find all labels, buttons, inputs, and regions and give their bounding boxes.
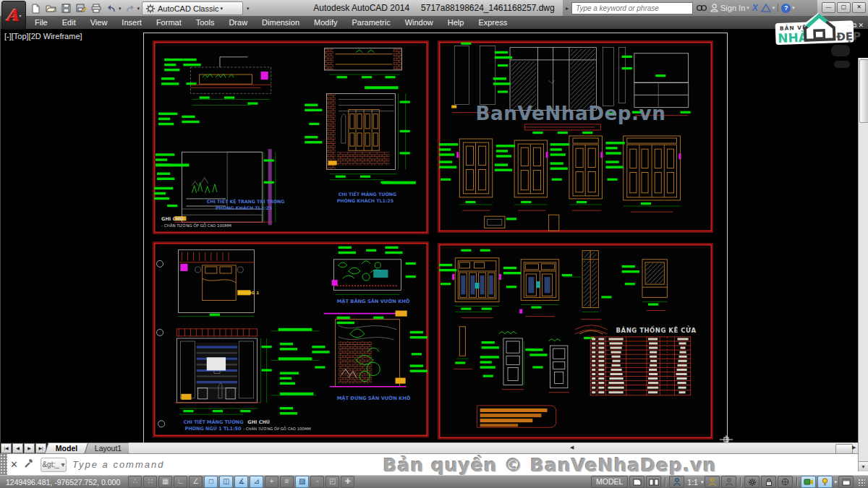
- autoscale-icon[interactable]: [721, 476, 736, 488]
- sign-in-button[interactable]: Sign In: [710, 4, 745, 12]
- dynamic-input-toggle[interactable]: +: [265, 476, 278, 488]
- annotation-scale-dropdown[interactable]: ▾: [701, 479, 704, 485]
- open-file-icon[interactable]: [44, 2, 57, 14]
- qat-overflow-dropdown[interactable]: ▾: [247, 6, 250, 12]
- status-overflow-dropdown[interactable]: ▾: [834, 479, 837, 485]
- status-globe-icon[interactable]: [778, 476, 793, 488]
- menu-express[interactable]: Express: [471, 16, 514, 29]
- annotation-scale-value[interactable]: 1:1: [687, 478, 698, 487]
- tab-first-button[interactable]: |◀: [1, 443, 12, 453]
- viewport-1-living-room-details: CHI TIẾT KỆ TRANG TRÍ TRONG PHÒNG KHÁCH …: [153, 40, 429, 234]
- application-menu-button[interactable]: A▾: [1, 1, 26, 30]
- vp1-note-text: - CHÂN TƯỜNG ỐP GỖ CAO 100MM: [161, 223, 231, 228]
- dynamic-ucs-toggle[interactable]: ⊿: [250, 476, 263, 488]
- quick-properties-toggle[interactable]: ▫: [310, 476, 324, 488]
- grid-display-toggle[interactable]: ▦: [158, 476, 172, 488]
- menu-modify[interactable]: Modify: [307, 16, 344, 29]
- vscroll-thumb[interactable]: [859, 59, 868, 123]
- new-file-icon[interactable]: [29, 2, 42, 14]
- vp3-note-title: GHI CHÚ: [247, 419, 270, 425]
- workspace-dropdown[interactable]: AutoCAD Classic ▾: [142, 1, 243, 15]
- isolate-objects-bulb-icon[interactable]: [817, 476, 833, 488]
- save-as-icon[interactable]: [75, 2, 88, 14]
- vp1-drawing: CHI TIẾT KỆ TRANG TRÍ TRONG PHÒNG KHÁCH …: [154, 42, 427, 233]
- hscroll-thumb[interactable]: [835, 444, 853, 454]
- snap-mode-toggle[interactable]: ∷: [143, 476, 157, 488]
- vp3-caption-wall-line2: PHÒNG NGỦ 1 TL1:50: [184, 425, 242, 432]
- resize-grip[interactable]: [858, 479, 865, 486]
- search-icon[interactable]: [696, 4, 707, 12]
- save-icon[interactable]: [59, 2, 72, 14]
- object-snap-tracking-toggle[interactable]: ∡: [234, 476, 248, 488]
- object-snap-toggle[interactable]: □: [204, 476, 218, 488]
- horizontal-scrollbar[interactable]: ◀ ▶: [129, 442, 858, 454]
- tab-layout1[interactable]: Layout1: [84, 442, 133, 453]
- a360-dropdown[interactable]: ▾: [773, 5, 775, 11]
- menu-edit[interactable]: Edit: [55, 16, 83, 29]
- clean-screen-icon[interactable]: [838, 476, 854, 488]
- redo-dropdown[interactable]: ▾: [137, 6, 140, 12]
- undo-icon[interactable]: [105, 2, 118, 14]
- polar-tracking-toggle[interactable]: ∠: [189, 476, 203, 488]
- annotation-monitor-toggle[interactable]: ✚: [341, 476, 354, 488]
- exchange-apps-icon[interactable]: X: [752, 3, 758, 13]
- tab-model[interactable]: Model: [45, 442, 89, 453]
- redo-icon[interactable]: [124, 2, 137, 14]
- menu-help[interactable]: Help: [441, 16, 472, 29]
- plot-icon[interactable]: [90, 2, 103, 14]
- menu-view[interactable]: View: [83, 16, 115, 29]
- menu-format[interactable]: Format: [149, 16, 189, 29]
- menu-insert[interactable]: Insert: [114, 16, 149, 29]
- hscroll-left-arrow[interactable]: ◀: [570, 445, 574, 450]
- help-dropdown[interactable]: ▾: [792, 5, 795, 11]
- lineweight-toggle[interactable]: ≡: [280, 476, 294, 488]
- transparency-toggle[interactable]: ▨: [295, 476, 309, 488]
- hardware-acceleration-icon[interactable]: [801, 476, 816, 488]
- toolbar-lock-icon[interactable]: [761, 476, 776, 488]
- document-window-controls[interactable]: –⧉✕: [847, 22, 865, 30]
- menu-draw[interactable]: Draw: [221, 16, 255, 29]
- infer-constraints-toggle[interactable]: ∴: [128, 476, 142, 488]
- vp1-note-title: GHI CHÚ: [161, 216, 184, 222]
- menu-file[interactable]: File: [27, 16, 55, 29]
- a360-icon[interactable]: [761, 4, 771, 12]
- command-close-icon[interactable]: ✕: [10, 459, 18, 470]
- menu-dimension[interactable]: Dimension: [255, 16, 307, 29]
- vp1-caption-wall-line1: CHI TIẾT MẢNG TƯỜNG: [339, 191, 397, 197]
- vp3-caption-plan: MẶT BẰNG SÂN VƯỜN KHÔ: [337, 297, 410, 304]
- search-input[interactable]: [574, 4, 690, 13]
- tab-next-button[interactable]: ▶: [24, 443, 35, 453]
- gear-icon: [146, 4, 155, 13]
- menu-parametric[interactable]: Parametric: [344, 16, 397, 29]
- drawings-quickview-icon[interactable]: [646, 476, 661, 488]
- infocenter-expand-icon[interactable]: ▸: [566, 5, 569, 12]
- vertical-scrollbar[interactable]: ▼: [858, 58, 868, 471]
- hscroll-right-arrow[interactable]: ▶: [852, 445, 856, 450]
- model-space-button[interactable]: MODEL: [591, 476, 628, 488]
- selection-cycling-toggle[interactable]: ◰: [326, 476, 339, 488]
- tab-prev-button[interactable]: ◀: [12, 443, 23, 453]
- vp1-caption-shelf-line2: PHÒNG KHÁCH TL1:25: [216, 205, 272, 210]
- vp4-drawing: BẢNG THỐNG KÊ CỬA: [439, 244, 712, 438]
- layout-quickview-icon[interactable]: [629, 476, 644, 488]
- status-bar-right-cluster: MODEL 1:1 ▾ ▾: [591, 476, 868, 488]
- vscroll-down-arrow[interactable]: ▼: [859, 461, 868, 471]
- command-input[interactable]: [71, 458, 305, 471]
- menu-tools[interactable]: Tools: [189, 16, 222, 29]
- annotation-visibility-icon[interactable]: [705, 476, 720, 488]
- drawing-canvas[interactable]: [-][Top][2D Wireframe]: [0, 29, 868, 442]
- viewport-controls-label[interactable]: [-][Top][2D Wireframe]: [4, 32, 82, 40]
- menu-window[interactable]: Window: [398, 16, 441, 29]
- vp1-caption-shelf-line1: CHI TIẾT KỆ TRANG TRÍ TRONG: [207, 198, 285, 205]
- vp3-room-label: PHÒNG 1: [238, 290, 259, 295]
- command-prompt-button[interactable]: &gt;_ ▾: [41, 458, 67, 472]
- sign-in-dropdown[interactable]: ▾: [746, 5, 749, 11]
- annotation-scale-person-icon[interactable]: [669, 476, 684, 488]
- viewport-3-bedroom-garden: PHÒNG 1: [153, 241, 429, 437]
- object-snap-3d-toggle[interactable]: ◫: [219, 476, 233, 488]
- workspace-switching-gear-icon[interactable]: [744, 476, 760, 488]
- customize-wrench-icon[interactable]: [23, 458, 35, 469]
- undo-dropdown[interactable]: ▾: [119, 6, 122, 12]
- ortho-mode-toggle[interactable]: ∟: [174, 476, 187, 488]
- command-bar-grip[interactable]: [0, 454, 7, 476]
